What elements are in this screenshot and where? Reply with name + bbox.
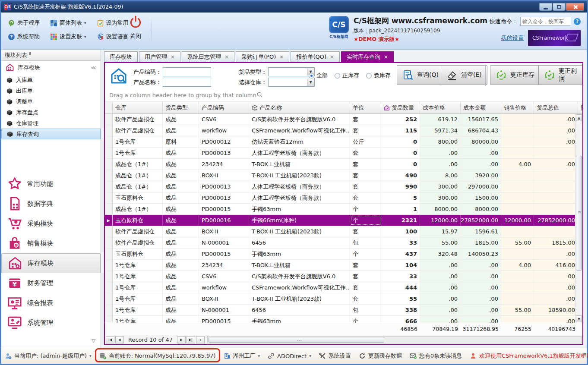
- group-by-hint-bar[interactable]: Drag a column header here to group by th…: [105, 89, 582, 102]
- cell[interactable]: 6456: [249, 305, 350, 315]
- tab-系统日志管理[interactable]: 系统日志管理×: [182, 51, 234, 62]
- cell[interactable]: 0: [381, 159, 420, 170]
- cell[interactable]: 包: [350, 237, 381, 248]
- my-settings-link[interactable]: 我的设置: [501, 34, 524, 42]
- cell[interactable]: 成品: [163, 237, 199, 248]
- sidebar-item-入库单[interactable]: 入库单: [1, 75, 101, 85]
- cell[interactable]: 成品仓（1#）: [113, 159, 163, 170]
- cell[interactable]: T-BOX工业机箱: [249, 159, 350, 170]
- cell[interactable]: .00: [420, 159, 461, 170]
- cell[interactable]: [501, 192, 534, 203]
- column-header-单位[interactable]: 单位: [350, 102, 381, 113]
- tab-用户管理[interactable]: 用户管理×: [139, 51, 180, 62]
- cell[interactable]: 软件产品虚拟仓: [113, 125, 163, 136]
- cell[interactable]: 软件产品虚拟仓: [113, 226, 163, 237]
- cell[interactable]: .00: [420, 293, 461, 304]
- cell[interactable]: 234234: [199, 260, 249, 271]
- prev-record-button[interactable]: [115, 336, 124, 343]
- cell[interactable]: .00: [461, 305, 501, 315]
- cell[interactable]: 成品: [163, 125, 199, 136]
- cell[interactable]: 1号仓库: [113, 136, 163, 147]
- hscroll-left-icon[interactable]: [196, 336, 205, 343]
- table-row[interactable]: 成品仓（1#）成品BOX-IIT-BOX-II 工业机箱(2023款)套4908…: [105, 170, 582, 181]
- cell[interactable]: [501, 226, 534, 237]
- product-code-input[interactable]: [163, 67, 211, 76]
- table-row[interactable]: 1号仓库成品workflowCSFramework.Workflow可视化工作……: [105, 282, 582, 293]
- cell[interactable]: 软件产品虚拟仓: [113, 237, 163, 248]
- close-app-button[interactable]: 关闭: [123, 15, 148, 40]
- cell[interactable]: [501, 125, 534, 136]
- cell[interactable]: 套: [350, 170, 381, 181]
- cell[interactable]: 成品: [163, 192, 199, 203]
- table-row[interactable]: ▶玉石原料仓成品PD000016手镯66mm(冰种)个232112000.002…: [105, 215, 582, 226]
- cell[interactable]: 1号仓库: [113, 271, 163, 282]
- cell[interactable]: 软件产品虚拟仓: [113, 114, 163, 125]
- table-row[interactable]: 1号仓库成品BOX-IIT-BOX-II 工业机箱(2023款)套55.00.0…: [105, 293, 582, 305]
- cell[interactable]: .00: [461, 271, 501, 282]
- cell[interactable]: 12000.00: [501, 215, 534, 226]
- cell[interactable]: 手镯63mm: [249, 316, 350, 323]
- quick-command-input[interactable]: [520, 17, 571, 26]
- cell[interactable]: 人体工程学老板椅（商务款）: [249, 148, 350, 158]
- cell[interactable]: 个: [350, 215, 381, 226]
- maximize-button[interactable]: [553, 3, 566, 11]
- column-header-成本金额[interactable]: 成本金额: [461, 102, 501, 113]
- table-row[interactable]: 1号仓库成品N-0000016456包338.00.0055.0018590.0…: [105, 305, 582, 316]
- product-name-input[interactable]: [163, 78, 211, 87]
- cell[interactable]: 15.97: [420, 226, 461, 237]
- cell[interactable]: 490: [381, 170, 420, 181]
- cell[interactable]: .00: [534, 114, 578, 125]
- cell[interactable]: [534, 192, 578, 203]
- tab-库存模块[interactable]: 库存模块: [104, 51, 138, 62]
- cell[interactable]: 手镯63mm: [249, 204, 350, 214]
- cell[interactable]: 成品: [163, 159, 199, 170]
- cell[interactable]: BOX-II: [199, 170, 249, 181]
- status-item-更新缓存数据[interactable]: 更新缓存数据: [359, 352, 402, 360]
- column-header-仓库[interactable]: 仓库: [113, 102, 163, 113]
- table-row[interactable]: 玉石原料仓成品PD000015手镯63mm个437320.48140050.23…: [105, 249, 582, 260]
- cell[interactable]: 0: [381, 148, 420, 158]
- sidebar-group-inventory[interactable]: 库存模块 ≪: [1, 61, 101, 75]
- table-row[interactable]: 1号仓库成品CSV6C/S架构软件开发平台旗舰版V6.0套33.00.00.00: [105, 271, 582, 282]
- cell[interactable]: 套: [350, 148, 381, 158]
- cell[interactable]: C/S架构软件开发平台旗舰版V6.0: [249, 271, 350, 282]
- button-清空(E)[interactable]: 清空(E): [441, 65, 487, 85]
- cell[interactable]: workflow: [199, 125, 249, 136]
- cell[interactable]: 1815.00: [461, 237, 501, 248]
- cell[interactable]: .00: [534, 271, 578, 282]
- cell[interactable]: 玉石原料仓: [113, 215, 163, 226]
- status-item-当前账套: Normal[interactable]: 当前账套: Normal(MySql:120.79.85.97): [99, 352, 216, 360]
- close-tab-icon[interactable]: ×: [171, 54, 175, 60]
- vertical-scrollbar[interactable]: ▲ ▼: [575, 114, 582, 323]
- cell[interactable]: BOX-II: [199, 226, 249, 237]
- scroll-up-icon[interactable]: ▲: [576, 114, 582, 121]
- cell[interactable]: 444: [381, 282, 420, 293]
- close-tab-icon[interactable]: ×: [224, 54, 229, 60]
- close-button[interactable]: [566, 3, 584, 11]
- last-record-button[interactable]: [187, 336, 195, 343]
- cell[interactable]: PD000013: [199, 192, 249, 203]
- cell[interactable]: T-BOX-II 工业机箱(2023款): [249, 170, 350, 181]
- cell[interactable]: [501, 170, 534, 181]
- cell[interactable]: [534, 181, 578, 192]
- cell[interactable]: PD000015: [199, 204, 249, 214]
- status-item-您有0条未读消息[interactable]: 您有0条未读消息: [410, 352, 462, 360]
- cell[interactable]: 包: [350, 305, 381, 315]
- cell[interactable]: 套: [350, 293, 381, 304]
- cell[interactable]: CSV6: [199, 271, 249, 282]
- cell[interactable]: .00: [420, 282, 461, 293]
- search-icon[interactable]: [256, 91, 263, 99]
- cell[interactable]: [534, 226, 578, 237]
- cell[interactable]: [501, 181, 534, 192]
- cell[interactable]: PD000012: [199, 136, 249, 147]
- tab-采购订单(PO)[interactable]: 采购订单(PO)×: [236, 51, 289, 62]
- close-tab-icon[interactable]: ×: [279, 54, 284, 60]
- cell[interactable]: 3920.00: [461, 170, 501, 181]
- warehouse-select[interactable]: ▼: [268, 78, 315, 87]
- cell[interactable]: [534, 148, 578, 158]
- cell[interactable]: T-BOX-II 工业机箱(2023款): [249, 293, 350, 304]
- cell[interactable]: [501, 204, 534, 214]
- cell[interactable]: 1596.61: [461, 226, 501, 237]
- sidebar-module-销售模块[interactable]: ¥销售模块: [1, 233, 101, 253]
- cell[interactable]: 成品: [163, 148, 199, 158]
